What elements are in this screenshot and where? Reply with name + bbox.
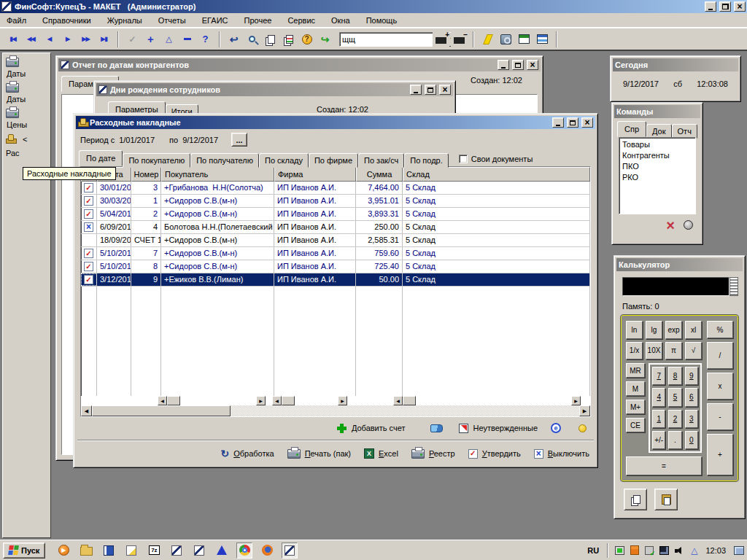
nav-next-button[interactable]: ▶ bbox=[59, 31, 76, 47]
scroll-right-button[interactable]: ▶ bbox=[579, 405, 590, 416]
nav-prior-page-button[interactable]: ◀◀ bbox=[23, 31, 39, 47]
minimize-button[interactable] bbox=[410, 85, 422, 95]
menu-item[interactable]: Прочее bbox=[244, 16, 272, 25]
globe-icon[interactable] bbox=[684, 220, 693, 230]
calc-key[interactable]: 1/x bbox=[626, 342, 643, 360]
command-item[interactable]: ПКО bbox=[622, 161, 692, 172]
go-button[interactable] bbox=[317, 31, 333, 47]
quick-launch-button[interactable] bbox=[123, 542, 139, 559]
quick-launch-button[interactable] bbox=[236, 542, 252, 559]
table-row[interactable]: 3/12/2017 9 +Ежиков В.В.(Лиман) ИП Ивано… bbox=[81, 273, 590, 287]
close-button[interactable] bbox=[527, 60, 538, 70]
table-row[interactable]: 5/04/2017 2 +Сидоров С.В.(м-н) ИП Иванов… bbox=[81, 208, 590, 221]
scroll-thumb[interactable] bbox=[92, 405, 231, 416]
edit-button[interactable]: △ bbox=[160, 31, 177, 47]
header-stock[interactable]: Склад bbox=[403, 167, 590, 182]
nav-next-page-button[interactable]: ▶▶ bbox=[77, 31, 94, 47]
calc-digit-key[interactable]: 5 bbox=[668, 388, 681, 406]
own-documents-checkbox[interactable] bbox=[459, 155, 468, 163]
menu-item[interactable]: ЕГАИС bbox=[202, 16, 228, 25]
usbok-icon[interactable] bbox=[645, 546, 654, 555]
minimize-button[interactable] bbox=[498, 60, 509, 70]
nav-last-button[interactable]: ▶▮ bbox=[96, 31, 112, 47]
help-record-button[interactable]: ? bbox=[197, 31, 214, 47]
sidebar-item[interactable]: Даты bbox=[6, 58, 47, 78]
close-button[interactable] bbox=[581, 117, 593, 128]
calc-memory-key[interactable]: CE bbox=[626, 418, 645, 432]
table-row[interactable]: 5/10/2017 8 +Сидоров С.В.(м-н) ИП Иванов… bbox=[81, 260, 590, 273]
calc-digit-key[interactable]: 3 bbox=[685, 410, 698, 428]
calc-digit-key[interactable]: 0 bbox=[685, 431, 698, 449]
restore-button[interactable] bbox=[719, 1, 731, 12]
report-titlebar[interactable]: Отчет по датам контрагентов bbox=[58, 58, 541, 71]
minimize-button[interactable] bbox=[705, 1, 716, 12]
command-item[interactable]: Контрагенты bbox=[622, 150, 692, 161]
invoices-tab[interactable]: По складу bbox=[259, 153, 309, 168]
delete-command-button[interactable] bbox=[666, 221, 675, 230]
dialup-icon[interactable] bbox=[691, 545, 697, 556]
calc-operator-key[interactable]: + bbox=[707, 434, 733, 475]
calc-key[interactable]: exp bbox=[665, 321, 682, 339]
language-indicator[interactable]: RU bbox=[587, 546, 599, 555]
menu-item[interactable]: Журналы bbox=[107, 16, 142, 25]
cascade-windows-button[interactable] bbox=[516, 31, 533, 47]
calc-digit-key[interactable]: 6 bbox=[685, 388, 698, 406]
orangepay-icon[interactable] bbox=[630, 545, 639, 555]
action-button[interactable]: Обработка bbox=[220, 448, 274, 459]
calc-digit-key[interactable]: 1 bbox=[652, 410, 665, 428]
calc-paste-button[interactable] bbox=[654, 489, 678, 510]
find-prev-button[interactable] bbox=[451, 31, 468, 47]
quick-launch-button[interactable] bbox=[259, 542, 275, 559]
action-button[interactable]: Утвердить bbox=[468, 449, 521, 459]
calc-operator-key[interactable]: - bbox=[707, 403, 733, 430]
header-buyer[interactable]: Покупатель bbox=[161, 167, 274, 182]
calc-digit-key[interactable]: +/- bbox=[652, 431, 665, 449]
delete-button[interactable] bbox=[179, 31, 196, 47]
calc-equals-key[interactable]: = bbox=[626, 456, 702, 475]
column-scrollbar[interactable]: ◀ bbox=[393, 396, 416, 405]
start-button[interactable]: Пуск bbox=[3, 542, 45, 559]
refresh-button[interactable] bbox=[225, 31, 242, 47]
add-invoice-button[interactable]: Добавить счет bbox=[337, 424, 406, 433]
tile-windows-button[interactable] bbox=[534, 31, 551, 47]
action-button[interactable]: Реестр bbox=[411, 449, 455, 459]
quick-launch-button[interactable] bbox=[101, 542, 117, 559]
calc-key[interactable]: xl bbox=[685, 321, 702, 339]
invoices-tab[interactable]: По зак/сч bbox=[358, 153, 404, 168]
fast-filter-button[interactable] bbox=[479, 31, 496, 47]
maximize-button[interactable] bbox=[425, 85, 436, 95]
menu-item[interactable]: Сервис bbox=[287, 16, 315, 25]
quick-launch-button[interactable] bbox=[78, 542, 94, 559]
invoices-tab[interactable]: По дате bbox=[79, 150, 123, 166]
table-row[interactable]: 30/01/2017 3 +Грибанова Н.Н(Солотча) ИП … bbox=[81, 182, 590, 195]
volume-icon[interactable] bbox=[675, 546, 685, 555]
find-next-button[interactable] bbox=[433, 31, 449, 47]
menu-item[interactable]: Помощь bbox=[366, 16, 398, 25]
calc-memory-key[interactable]: M+ bbox=[626, 400, 645, 414]
commands-tab[interactable]: Док bbox=[646, 124, 672, 139]
show-desktop-icon[interactable] bbox=[734, 546, 744, 555]
close-button[interactable] bbox=[734, 1, 746, 12]
column-scrollbar[interactable]: ◀ bbox=[158, 396, 180, 405]
book-icon[interactable] bbox=[430, 424, 443, 432]
table-row[interactable]: 5/10/2017 7 +Сидоров С.В.(м-н) ИП Иванов… bbox=[81, 247, 590, 260]
menu-item[interactable]: Справочники bbox=[42, 16, 91, 25]
netpc-icon[interactable] bbox=[659, 546, 669, 555]
action-button[interactable]: Печать (пак) bbox=[287, 449, 351, 459]
calc-digit-key[interactable]: . bbox=[668, 431, 681, 449]
horizontal-scrollbar[interactable]: ◀ ▶ bbox=[81, 405, 590, 416]
calc-key[interactable]: √ bbox=[685, 342, 702, 360]
quick-launch-button[interactable] bbox=[55, 542, 71, 559]
yellow-dot-icon[interactable] bbox=[578, 424, 587, 432]
quick-launch-button[interactable] bbox=[214, 542, 230, 559]
search-button[interactable] bbox=[244, 31, 260, 47]
table-row[interactable]: 6/09/2017 4 Болотова Н.Н.(Полетаевский р… bbox=[81, 221, 590, 234]
calc-memory-key[interactable]: M bbox=[626, 381, 645, 396]
menu-item[interactable]: Окна bbox=[331, 16, 350, 25]
maximize-button[interactable] bbox=[567, 117, 578, 128]
calc-copy-button[interactable] bbox=[624, 489, 647, 510]
period-to-value[interactable]: 9/12/2017 bbox=[182, 136, 218, 144]
header-num[interactable]: Номер bbox=[131, 167, 161, 182]
calc-operator-key[interactable]: x bbox=[707, 373, 733, 400]
post-button[interactable]: ✓ bbox=[124, 31, 141, 47]
